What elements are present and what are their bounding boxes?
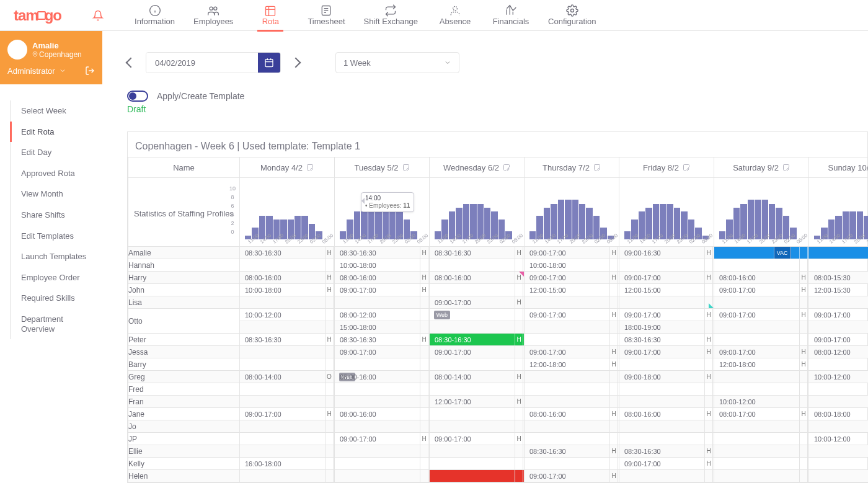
- nav-financials[interactable]: Financials: [492, 0, 529, 31]
- employee-name[interactable]: Ellie: [128, 445, 240, 458]
- employee-name[interactable]: Jessa: [128, 346, 240, 358]
- shift-cell[interactable]: 09:00-17:00H: [525, 346, 619, 358]
- side-item[interactable]: Share Shifts: [11, 205, 102, 226]
- side-item[interactable]: Employee Order: [11, 267, 102, 288]
- shift-cell[interactable]: [525, 420, 619, 432]
- nav-rota[interactable]: Rota: [252, 0, 289, 31]
- shift-cell[interactable]: 09:00-17:00H: [335, 284, 429, 296]
- user-role[interactable]: Administrator: [7, 66, 55, 76]
- shift-cell[interactable]: 08:30-16:30H: [430, 334, 524, 345]
- note-icon[interactable]: [782, 164, 790, 171]
- note-icon[interactable]: [402, 164, 410, 171]
- employee-name[interactable]: Amalie: [128, 247, 240, 259]
- side-item[interactable]: Launch Templates: [11, 246, 102, 267]
- employee-name[interactable]: Barry: [128, 358, 240, 371]
- shift-cell[interactable]: 09:00-17:00H: [619, 309, 714, 321]
- shift-cell[interactable]: 08:00-16:00H: [335, 272, 429, 283]
- shift-cell[interactable]: 09:00-17:00H: [430, 433, 524, 445]
- shift-cell[interactable]: [430, 284, 524, 296]
- side-item[interactable]: Department Overview: [11, 309, 102, 339]
- side-item[interactable]: Edit Rota: [10, 122, 102, 143]
- shift-cell[interactable]: 09:00-17:00H: [525, 470, 619, 482]
- shift-cell[interactable]: [714, 259, 808, 271]
- shift-cell[interactable]: 08:30-16:30H: [335, 334, 429, 345]
- employee-name[interactable]: Fred: [128, 383, 240, 396]
- shift-cell[interactable]: [619, 433, 714, 445]
- shift-cell[interactable]: 08:00-12:00Web: [335, 309, 429, 321]
- shift-cell[interactable]: 09:00-17:00H: [714, 284, 808, 296]
- shift-cell[interactable]: [619, 296, 714, 308]
- shift-cell[interactable]: [809, 458, 868, 469]
- shift-cell[interactable]: 12:00-15:00: [619, 284, 714, 296]
- shift-cell[interactable]: [430, 321, 524, 333]
- shift-cell[interactable]: 08:30-16:30H: [525, 445, 619, 457]
- shift-cell[interactable]: 09:00-17:00H: [619, 272, 714, 283]
- shift-cell[interactable]: [619, 259, 714, 271]
- shift-cell[interactable]: 08:00-18:00H: [809, 408, 868, 420]
- shift-cell[interactable]: [430, 408, 524, 420]
- shift-cell[interactable]: 08:00-16:00H: [619, 408, 714, 420]
- shift-cell[interactable]: 12:00-18:00H: [714, 358, 808, 370]
- shift-cell[interactable]: [430, 470, 524, 482]
- shift-cell[interactable]: 16:00-18:00: [240, 458, 334, 469]
- shift-cell[interactable]: 09:00-17:00H: [809, 334, 868, 345]
- shift-cell[interactable]: 10:00-18:00: [525, 259, 619, 271]
- shift-cell[interactable]: 08:30-16:30H: [240, 247, 334, 259]
- shift-cell[interactable]: 12:00-17:00H: [430, 396, 524, 407]
- employee-name[interactable]: Greg: [128, 371, 240, 383]
- shift-cell[interactable]: 08:00-16:00H: [714, 272, 808, 283]
- shift-cell[interactable]: [619, 396, 714, 407]
- shift-cell[interactable]: [430, 309, 524, 321]
- shift-cell[interactable]: [335, 296, 429, 308]
- employee-name[interactable]: Fran: [128, 396, 240, 408]
- shift-cell[interactable]: 08:00-17:00H: [714, 408, 808, 420]
- shift-cell[interactable]: [240, 445, 334, 457]
- shift-cell[interactable]: 09:00-16:30H: [619, 247, 714, 259]
- shift-cell[interactable]: [525, 433, 619, 445]
- nav-configuration[interactable]: Configuration: [548, 0, 596, 31]
- side-item[interactable]: Approved Rota: [11, 163, 102, 184]
- shift-cell[interactable]: 09:00-17:00: [430, 346, 524, 358]
- shift-cell[interactable]: [430, 458, 524, 469]
- employee-name[interactable]: Jo: [128, 420, 240, 433]
- shift-cell[interactable]: [714, 420, 808, 432]
- shift-cell[interactable]: 08:30-16:30H: [430, 247, 524, 259]
- shift-cell[interactable]: [335, 420, 429, 432]
- shift-cell[interactable]: 12:00-15:00: [525, 284, 619, 296]
- shift-cell[interactable]: [430, 383, 524, 395]
- note-icon[interactable]: [683, 164, 690, 171]
- nav-information[interactable]: Information: [135, 0, 175, 31]
- shift-cell[interactable]: [619, 383, 714, 395]
- shift-cell[interactable]: [430, 259, 524, 271]
- shift-cell[interactable]: [335, 458, 429, 469]
- shift-cell[interactable]: 09:00-17:00H: [240, 408, 334, 420]
- nav-absence[interactable]: Absence: [436, 0, 474, 31]
- shift-cell[interactable]: 09:00-17:00H: [714, 309, 808, 321]
- shift-cell[interactable]: [809, 321, 868, 333]
- shift-cell[interactable]: 08:00-16:00H: [525, 408, 619, 420]
- shift-cell[interactable]: 12:00-18:00H: [525, 358, 619, 370]
- shift-cell[interactable]: [430, 358, 524, 370]
- shift-cell[interactable]: [525, 321, 619, 333]
- shift-cell[interactable]: [714, 445, 808, 457]
- shift-cell[interactable]: 08:30-16:30H: [335, 247, 429, 259]
- note-icon[interactable]: [593, 164, 601, 171]
- shift-cell[interactable]: 09:00-17:00H: [335, 433, 429, 445]
- shift-cell[interactable]: [809, 383, 868, 395]
- shift-cell[interactable]: VAC: [714, 247, 808, 259]
- notification-bell-icon[interactable]: [92, 10, 104, 21]
- shift-cell[interactable]: [335, 396, 429, 407]
- shift-cell[interactable]: [525, 334, 619, 345]
- shift-cell[interactable]: [240, 259, 334, 271]
- shift-cell[interactable]: [809, 259, 868, 271]
- shift-cell[interactable]: 08:00-14:00OWeb: [240, 371, 334, 383]
- shift-cell[interactable]: [240, 346, 334, 358]
- shift-cell[interactable]: 10:00-18:00H: [240, 284, 334, 296]
- employee-name[interactable]: JP: [128, 433, 240, 445]
- shift-cell[interactable]: [240, 470, 334, 482]
- shift-cell[interactable]: [809, 296, 868, 308]
- shift-cell[interactable]: [525, 383, 619, 395]
- shift-cell[interactable]: 09:00-17:00H: [525, 309, 619, 321]
- nav-timesheet[interactable]: Timesheet: [308, 0, 345, 31]
- side-item[interactable]: Required Skills: [11, 288, 102, 309]
